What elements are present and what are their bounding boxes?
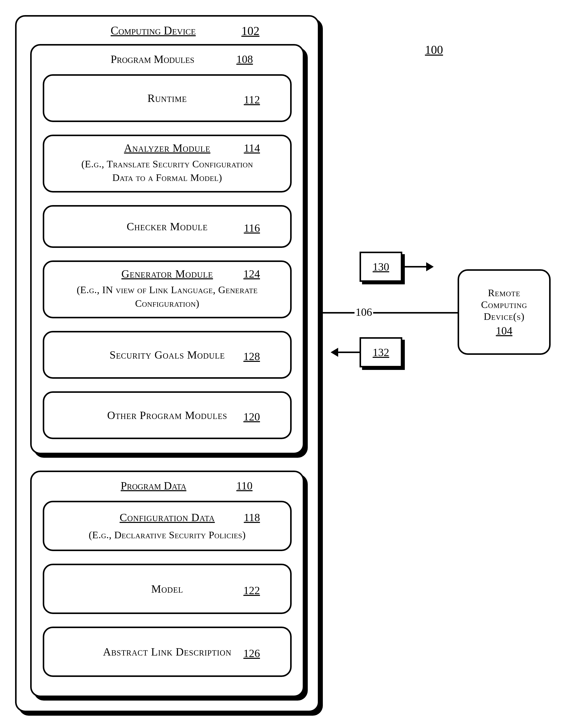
computing-device-ref: 102 — [241, 24, 260, 38]
other-modules-title: Other Program Modules — [107, 409, 227, 422]
diagram-canvas: 100 Computing Device 102 Program Modules… — [10, 10, 562, 718]
runtime-box: Runtime 112 — [43, 74, 292, 122]
msg-in-box: 132 — [360, 337, 402, 367]
checker-ref: 116 — [244, 222, 260, 235]
abstract-link-box: Abstract Link Description 126 — [43, 626, 292, 677]
analyzer-sub1: (E.g., Translate Security Configuration — [44, 158, 290, 170]
analyzer-ref: 114 — [244, 142, 260, 155]
checker-title: Checker Module — [127, 220, 208, 233]
msg-out-ref: 130 — [373, 260, 389, 273]
connection-ref: 106 — [355, 306, 373, 318]
analyzer-box: Analyzer Module 114 (E.g., Translate Sec… — [43, 135, 292, 192]
security-goals-title: Security Goals Module — [110, 349, 225, 361]
generator-ref: 124 — [243, 267, 260, 280]
program-modules-title: Program Modules — [111, 53, 194, 66]
remote-line2: Computing — [481, 299, 527, 310]
program-data-ref: 110 — [236, 479, 253, 492]
msg-out-box: 130 — [360, 252, 402, 282]
other-modules-box: Other Program Modules 120 — [43, 391, 292, 439]
program-data-title: Program Data — [121, 479, 186, 492]
remote-line1: Remote — [488, 287, 520, 299]
connection-line — [323, 312, 457, 313]
figure-ref: 100 — [425, 43, 443, 57]
generator-sub2: Configuration) — [44, 297, 290, 310]
model-box: Model 122 — [43, 564, 292, 614]
generator-title: Generator Module — [122, 268, 213, 280]
config-data-sub: (E.g., Declarative Security Policies) — [44, 529, 290, 541]
config-data-title: Configuration Data — [120, 511, 215, 524]
msg-in-arrow-head — [331, 348, 338, 357]
security-goals-box: Security Goals Module 128 — [43, 331, 292, 379]
abstract-link-title: Abstract Link Description — [103, 646, 231, 658]
msg-out-arrow-line — [405, 266, 427, 267]
msg-in-arrow-line — [337, 352, 360, 353]
remote-line3: Device(s) — [484, 310, 525, 322]
config-data-box: Configuration Data 118 (E.g., Declarativ… — [43, 501, 292, 551]
runtime-ref: 112 — [244, 94, 260, 106]
analyzer-title: Analyzer Module — [124, 142, 210, 154]
msg-out-arrow-head — [426, 262, 434, 271]
remote-box: Remote Computing Device(s) 104 — [457, 269, 551, 355]
checker-box: Checker Module 116 — [43, 205, 292, 248]
model-ref: 122 — [243, 584, 260, 597]
generator-box: Generator Module 124 (E.g., IN view of L… — [43, 260, 292, 318]
model-title: Model — [151, 583, 183, 595]
config-data-ref: 118 — [244, 511, 260, 524]
generator-sub1: (E.g., IN view of Link Language, Generat… — [44, 284, 290, 296]
analyzer-sub2: Data to a Formal Model) — [44, 171, 290, 184]
remote-ref: 104 — [496, 324, 512, 337]
other-modules-ref: 120 — [243, 411, 260, 423]
runtime-title: Runtime — [148, 92, 187, 105]
security-goals-ref: 128 — [243, 350, 260, 363]
abstract-link-ref: 126 — [243, 647, 260, 660]
computing-device-title: Computing Device — [111, 24, 196, 37]
msg-in-ref: 132 — [373, 346, 389, 359]
program-modules-ref: 108 — [236, 53, 253, 66]
